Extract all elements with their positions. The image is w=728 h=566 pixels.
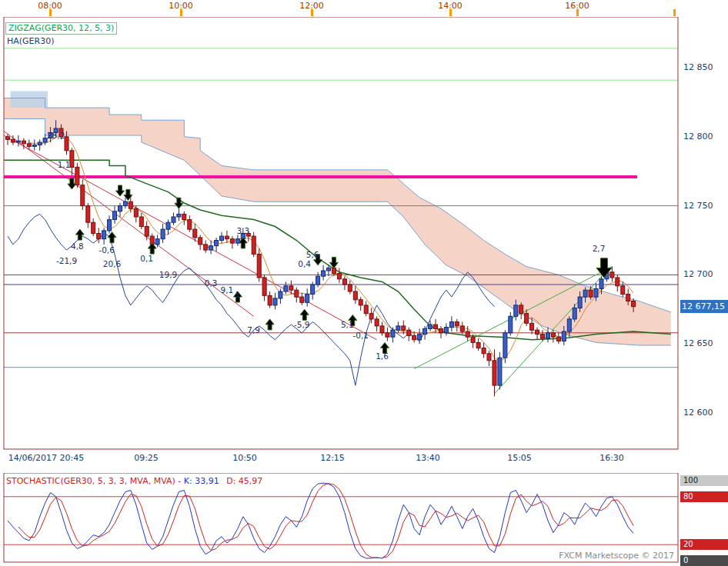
candle-body xyxy=(386,333,389,337)
candle-body xyxy=(353,291,357,300)
swing-value-label: 1,6 xyxy=(376,351,389,361)
chart-canvas[interactable]: 28,21,14,8-21,9-0,620,60,119,90,39,113,3… xyxy=(0,17,728,450)
swing-value-label: -5,9 xyxy=(294,320,310,329)
candle-body xyxy=(530,323,534,330)
swing-value-label: 7,9 xyxy=(247,325,260,335)
swing-value-label: 2,7 xyxy=(593,244,606,253)
candle-body xyxy=(6,137,10,140)
candle-body xyxy=(375,319,379,326)
candle-body xyxy=(562,331,566,341)
stoch-axis-label: 20 xyxy=(680,539,728,550)
candle-body xyxy=(209,246,213,250)
candle-body xyxy=(616,278,619,286)
candle-body xyxy=(252,236,255,254)
candle-body xyxy=(316,276,320,285)
time-tick xyxy=(49,9,52,16)
candle-body xyxy=(546,333,550,338)
candle-body xyxy=(498,358,502,385)
up-arrow xyxy=(75,229,84,240)
ha-legend[interactable]: HA(GER30) xyxy=(7,36,55,46)
candle-body xyxy=(589,290,593,297)
watermark: FXCM Marketscope © 2017 xyxy=(531,551,674,561)
candle-body xyxy=(364,305,368,314)
time-tick xyxy=(576,9,579,16)
candle-body xyxy=(177,214,181,217)
price-label: 12 700 xyxy=(683,269,728,279)
candle-body xyxy=(342,279,346,285)
swing-value-label: 0,3 xyxy=(205,278,218,288)
tenkan-line xyxy=(29,135,633,361)
candle-body xyxy=(32,145,36,147)
candle-body xyxy=(583,290,587,297)
candle-body xyxy=(610,272,614,278)
candle-body xyxy=(155,239,159,245)
candle-body xyxy=(471,337,475,342)
bottom-time-axis[interactable]: 14/06/2017 20:4509:2510:5012:1513:4015:0… xyxy=(0,450,728,473)
candle-body xyxy=(81,185,85,206)
candle-body xyxy=(257,255,261,278)
swing-value-label: 1,1 xyxy=(58,160,71,169)
date-label: 14/06/2017 20:45 xyxy=(0,453,94,463)
candle-body xyxy=(161,229,165,239)
price-label: 12 850 xyxy=(683,62,728,72)
candle-body xyxy=(215,241,219,246)
candle-body xyxy=(503,333,507,358)
candle-body xyxy=(449,322,453,328)
candle-body xyxy=(407,330,411,335)
candle-body xyxy=(182,214,186,219)
candle-body xyxy=(476,342,480,348)
stochastic-k-value: K: 33,91 xyxy=(184,476,219,486)
candle-body xyxy=(92,222,95,233)
candle-body xyxy=(519,305,523,314)
price-label: 12 750 xyxy=(683,201,728,211)
candle-body xyxy=(230,239,234,243)
price-axis[interactable]: 12 677,15 12 85012 80012 75012 70012 650… xyxy=(680,17,728,450)
candle-body xyxy=(134,208,138,217)
candle-body xyxy=(97,234,101,239)
zigzag-legend[interactable]: ZIGZAG(GER30, 12, 5, 3) xyxy=(5,22,117,35)
date-label: 09:25 xyxy=(99,453,194,463)
stochastic-legend[interactable]: STOCHASTIC(GER30, 5, 3, 3, MVA, MVA) - K… xyxy=(6,476,262,486)
candle-body xyxy=(38,142,42,145)
swing-value-label: 0,1 xyxy=(140,254,153,263)
candle-body xyxy=(22,141,25,144)
swing-value-label: -0,6 xyxy=(99,245,115,255)
candle-body xyxy=(204,245,208,250)
time-tick xyxy=(180,9,182,16)
candle-body xyxy=(536,330,539,334)
candle-body xyxy=(108,220,112,231)
swing-value-label: 1 xyxy=(235,290,241,299)
candle-body xyxy=(348,285,352,291)
stoch-axis-label: 100 xyxy=(680,475,728,486)
candle-body xyxy=(626,295,630,301)
candle-body xyxy=(455,322,459,326)
up-arrow xyxy=(300,309,309,320)
stoch-d-line xyxy=(18,484,633,558)
candle-body xyxy=(594,288,598,297)
zigzag-trendline[interactable] xyxy=(4,132,254,317)
candle-body xyxy=(412,335,416,339)
price-label: 12 600 xyxy=(683,408,728,418)
candle-body xyxy=(322,271,326,276)
candle-body xyxy=(460,326,464,331)
candle-body xyxy=(188,220,192,230)
candle-body xyxy=(289,286,293,290)
date-label: 10:50 xyxy=(197,453,292,463)
candle-body xyxy=(359,300,362,305)
candle-body xyxy=(423,328,427,334)
stochastic-axis[interactable]: 10080200 xyxy=(680,473,728,566)
candle-body xyxy=(102,231,106,239)
candle-body xyxy=(369,314,373,319)
candle-body xyxy=(123,201,127,205)
candle-body xyxy=(337,274,341,279)
stoch-axis-label: 0 xyxy=(680,555,728,566)
top-time-axis[interactable]: 08:0010:0012:0014:0016:00 xyxy=(0,0,728,17)
date-label: 15:05 xyxy=(472,453,567,463)
candle-body xyxy=(262,278,266,295)
candle-body xyxy=(578,297,582,308)
candle-body xyxy=(86,206,90,223)
candle-body xyxy=(172,217,175,222)
candle-body xyxy=(439,328,443,332)
time-tick xyxy=(449,9,452,16)
swing-value-label: 19,9 xyxy=(159,270,177,279)
